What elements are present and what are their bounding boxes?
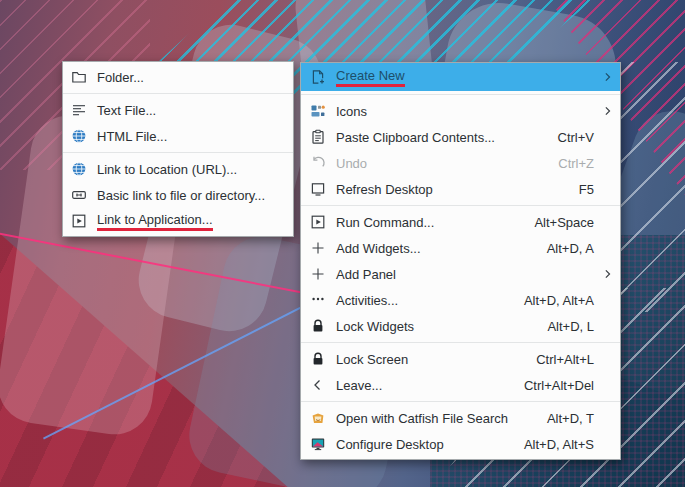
menu-item-add-widgets[interactable]: Add Widgets... Alt+D, A — [301, 235, 620, 261]
shortcut: F5 — [555, 182, 594, 197]
lock-icon — [310, 318, 326, 334]
menu-item-label: Text File... — [97, 103, 156, 118]
chevron-left-icon — [310, 377, 326, 393]
shortcut: Ctrl+Z — [534, 156, 594, 171]
menu-item-undo: Undo Ctrl+Z — [301, 150, 620, 176]
dots-icon — [310, 292, 326, 308]
menu-item-label: Lock Screen — [336, 352, 408, 367]
globe-icon — [71, 161, 87, 177]
text-file-icon — [71, 102, 87, 118]
shortcut: Alt+Space — [510, 215, 594, 230]
menu-item-link-to-location[interactable]: Link to Location (URL)... — [63, 156, 293, 182]
menu-item-open-with-catfish[interactable]: Open with Catfish File Search Alt+D, T — [301, 405, 620, 431]
menu-item-basic-link[interactable]: Basic link to file or directory... — [63, 182, 293, 208]
shortcut: Alt+D, A — [523, 241, 594, 256]
shortcut: Alt+D, L — [523, 319, 594, 334]
menu-item-paste[interactable]: Paste Clipboard Contents... Ctrl+V — [301, 124, 620, 150]
refresh-desktop-icon — [310, 181, 326, 197]
menu-item-label: Basic link to file or directory... — [97, 188, 265, 203]
menu-item-label-annotated: Link to Application... — [97, 212, 213, 231]
chevron-right-icon — [601, 268, 614, 281]
menu-separator — [301, 205, 620, 206]
menu-item-leave[interactable]: Leave... Ctrl+Alt+Del — [301, 372, 620, 398]
clipboard-icon — [310, 129, 326, 145]
menu-item-label: Leave... — [336, 378, 382, 393]
create-new-submenu: Folder... Text File... HTML File... Link… — [62, 61, 294, 237]
desktop-context-menu: Create New Icons Paste Clipboard Content… — [300, 62, 621, 460]
menu-item-label: Run Command... — [336, 215, 434, 230]
menu-item-create-new[interactable]: Create New — [301, 63, 620, 91]
menu-item-label: Refresh Desktop — [336, 182, 433, 197]
menu-item-add-panel[interactable]: Add Panel — [301, 261, 620, 287]
menu-item-label: Icons — [336, 104, 367, 119]
menu-item-activities[interactable]: Activities... Alt+D, Alt+A — [301, 287, 620, 313]
shortcut: Alt+D, Alt+S — [500, 437, 594, 452]
chevron-right-icon — [601, 71, 614, 84]
menu-item-label: Folder... — [97, 70, 144, 85]
shortcut: Ctrl+Alt+Del — [500, 378, 594, 393]
monitor-icon — [310, 436, 326, 452]
menu-item-label: Add Panel — [336, 267, 396, 282]
menu-separator — [301, 401, 620, 402]
menu-separator — [63, 93, 293, 94]
run-command-icon — [310, 214, 326, 230]
menu-separator — [301, 342, 620, 343]
new-folder-icon — [71, 69, 87, 85]
undo-icon — [310, 155, 326, 171]
plus-icon — [310, 240, 326, 256]
menu-item-label: Paste Clipboard Contents... — [336, 130, 495, 145]
menu-item-label-annotated: Create New — [336, 68, 405, 87]
menu-item-link-to-application[interactable]: Link to Application... — [63, 208, 293, 234]
application-link-icon — [71, 213, 87, 229]
icon-view-icon — [310, 103, 326, 119]
plus-icon — [310, 266, 326, 282]
menu-item-run-command[interactable]: Run Command... Alt+Space — [301, 209, 620, 235]
menu-item-html-file[interactable]: HTML File... — [63, 123, 293, 149]
menu-item-icons[interactable]: Icons — [301, 98, 620, 124]
chevron-right-icon — [601, 105, 614, 118]
shortcut: Ctrl+V — [534, 130, 594, 145]
catfish-icon — [310, 410, 326, 426]
shortcut: Alt+D, Alt+A — [500, 293, 594, 308]
globe-icon — [71, 128, 87, 144]
menu-item-text-file[interactable]: Text File... — [63, 97, 293, 123]
menu-separator — [63, 152, 293, 153]
menu-item-label: Activities... — [336, 293, 398, 308]
menu-item-label: Configure Desktop — [336, 437, 444, 452]
link-icon — [71, 187, 87, 203]
menu-item-label: HTML File... — [97, 129, 167, 144]
menu-item-label: Open with Catfish File Search — [336, 411, 508, 426]
shortcut: Ctrl+Alt+L — [512, 352, 594, 367]
shortcut: Alt+D, T — [523, 411, 594, 426]
menu-item-label: Add Widgets... — [336, 241, 421, 256]
lock-icon — [310, 351, 326, 367]
menu-separator — [301, 94, 620, 95]
menu-item-configure-desktop[interactable]: Configure Desktop Alt+D, Alt+S — [301, 431, 620, 457]
menu-item-refresh-desktop[interactable]: Refresh Desktop F5 — [301, 176, 620, 202]
menu-item-folder[interactable]: Folder... — [63, 64, 293, 90]
menu-item-label: Undo — [336, 156, 367, 171]
menu-item-label: Lock Widgets — [336, 319, 414, 334]
menu-item-lock-widgets[interactable]: Lock Widgets Alt+D, L — [301, 313, 620, 339]
menu-item-label: Link to Location (URL)... — [97, 162, 237, 177]
document-new-icon — [310, 69, 326, 85]
menu-item-lock-screen[interactable]: Lock Screen Ctrl+Alt+L — [301, 346, 620, 372]
